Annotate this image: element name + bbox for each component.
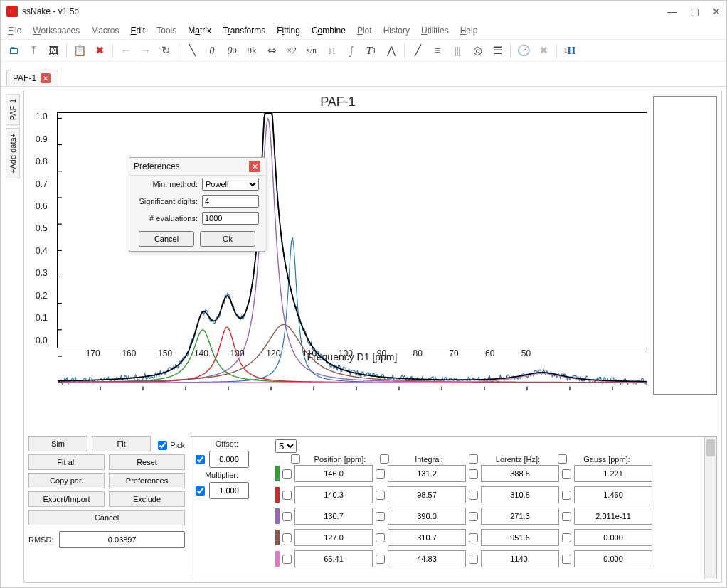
width-icon[interactable]: ⇔	[263, 42, 280, 59]
dialog-cancel-button[interactable]: Cancel	[139, 231, 194, 247]
site-gau-check[interactable]	[562, 512, 571, 521]
minimize-button[interactable]: —	[667, 6, 677, 17]
cancel-button[interactable]: Cancel	[28, 510, 185, 525]
menu-file[interactable]: File	[8, 26, 21, 36]
peak-icon[interactable]: ⋀	[383, 42, 400, 59]
menu-history[interactable]: History	[383, 26, 410, 36]
site-position[interactable]	[294, 529, 373, 546]
site-position[interactable]	[294, 465, 373, 482]
site-lor-check[interactable]	[469, 512, 478, 521]
site-gauss[interactable]	[574, 508, 652, 525]
sig-digits-input[interactable]	[202, 195, 259, 208]
image-icon[interactable]: 🖼	[45, 42, 62, 59]
theta-icon[interactable]: θ	[203, 42, 221, 59]
site-integral[interactable]	[388, 508, 466, 525]
site-pos-check[interactable]	[282, 491, 292, 500]
copy-icon[interactable]: 📋	[71, 42, 88, 59]
lines3-icon[interactable]: ≡	[429, 42, 446, 59]
save-icon[interactable]: ⤒	[25, 42, 42, 59]
site-int-check[interactable]	[376, 533, 385, 542]
sn-icon[interactable]: s/n	[303, 42, 320, 59]
tab-paf1[interactable]: PAF-1 ✕	[6, 70, 58, 86]
site-int-check[interactable]	[376, 469, 385, 479]
site-lorentz[interactable]	[481, 465, 559, 482]
8k-icon[interactable]: 8k	[243, 42, 260, 59]
tab-close-icon[interactable]: ✕	[41, 73, 51, 83]
site-int-check[interactable]	[376, 555, 385, 564]
menu-combine[interactable]: Combine	[312, 26, 346, 36]
site-position[interactable]	[294, 550, 373, 567]
site-gau-check[interactable]	[562, 469, 571, 479]
site-lor-check[interactable]	[469, 533, 478, 542]
site-integral[interactable]	[388, 465, 466, 482]
line-icon[interactable]: ╲	[184, 42, 201, 59]
sidetab-add-data[interactable]: +Add data+	[6, 128, 20, 178]
site-position[interactable]	[294, 508, 373, 525]
menu-matrix[interactable]: Matrix	[188, 26, 211, 36]
offset-checkbox[interactable]	[196, 455, 205, 464]
preferences-button[interactable]: Preferences	[109, 473, 185, 488]
site-gauss[interactable]	[574, 465, 652, 482]
site-int-check[interactable]	[376, 512, 385, 521]
site-integral[interactable]	[388, 550, 466, 567]
exclude-button[interactable]: Exclude	[109, 491, 185, 507]
menu-transforms[interactable]: Transforms	[223, 26, 265, 36]
min-method-select[interactable]: Powell	[202, 178, 259, 191]
site-lorentz[interactable]	[481, 529, 559, 546]
site-lor-check[interactable]	[469, 491, 478, 500]
offset-select[interactable]: 5	[275, 439, 297, 453]
dialog-close-icon[interactable]: ✕	[249, 161, 260, 172]
multiplier-checkbox[interactable]	[196, 486, 205, 496]
close-button[interactable]: ✕	[712, 6, 721, 17]
export-import-button[interactable]: Export/Import	[28, 491, 105, 507]
menu-utilities[interactable]: Utilities	[421, 26, 449, 36]
site-position[interactable]	[294, 486, 373, 503]
menu-help[interactable]: Help	[460, 26, 478, 36]
list-icon[interactable]: ☰	[489, 42, 506, 59]
open-icon[interactable]: 🗀	[5, 42, 22, 59]
scrollbar[interactable]	[704, 437, 716, 579]
site-integral[interactable]	[388, 529, 466, 546]
site-lorentz[interactable]	[481, 550, 559, 567]
menu-fitting[interactable]: Fitting	[277, 26, 300, 36]
site-gauss[interactable]	[574, 486, 652, 503]
site-gauss[interactable]	[574, 550, 652, 567]
dialog-ok-button[interactable]: Ok	[200, 231, 255, 247]
fft-icon[interactable]: ⎍	[323, 42, 340, 59]
bars-icon[interactable]: |||	[449, 42, 466, 59]
site-gau-check[interactable]	[562, 555, 571, 564]
site-gau-check[interactable]	[562, 533, 571, 542]
target-icon[interactable]: ◎	[469, 42, 486, 59]
site-gau-check[interactable]	[562, 491, 571, 500]
clock-icon[interactable]: 🕑	[515, 42, 532, 59]
nucleus-icon[interactable]: 1H	[561, 42, 578, 59]
hdr-check-int[interactable]	[380, 454, 389, 464]
delete-icon[interactable]: ✖	[91, 42, 108, 59]
reset-button[interactable]: Reset	[109, 454, 185, 470]
copy-par-button[interactable]: Copy par.	[28, 473, 105, 488]
maximize-button[interactable]: ▢	[690, 6, 699, 17]
menu-tools[interactable]: Tools	[156, 26, 176, 36]
fit-all-button[interactable]: Fit all	[28, 454, 105, 470]
x2-icon[interactable]: ×2	[283, 42, 300, 59]
site-lor-check[interactable]	[469, 469, 478, 479]
t1-icon[interactable]: T1	[363, 42, 380, 59]
site-pos-check[interactable]	[282, 469, 292, 479]
undo-icon[interactable]: ←	[117, 42, 134, 59]
site-gauss[interactable]	[574, 529, 652, 546]
rmsd-value[interactable]	[59, 531, 185, 548]
hdr-check-pos[interactable]	[291, 454, 300, 464]
disabled-icon[interactable]: ✖	[535, 42, 552, 59]
site-lorentz[interactable]	[481, 486, 559, 503]
sim-button[interactable]: Sim	[28, 436, 87, 451]
fit-button[interactable]: Fit	[92, 436, 151, 451]
hdr-check-lor[interactable]	[469, 454, 478, 464]
multiplier-value[interactable]	[209, 482, 249, 499]
integral-icon[interactable]: ∫	[343, 42, 360, 59]
site-pos-check[interactable]	[282, 533, 292, 542]
menu-edit[interactable]: Edit	[131, 26, 146, 36]
site-integral[interactable]	[388, 486, 466, 503]
site-int-check[interactable]	[376, 491, 385, 500]
sidetab-paf1[interactable]: PAF-1	[6, 94, 20, 125]
hdr-check-gau[interactable]	[558, 454, 567, 464]
